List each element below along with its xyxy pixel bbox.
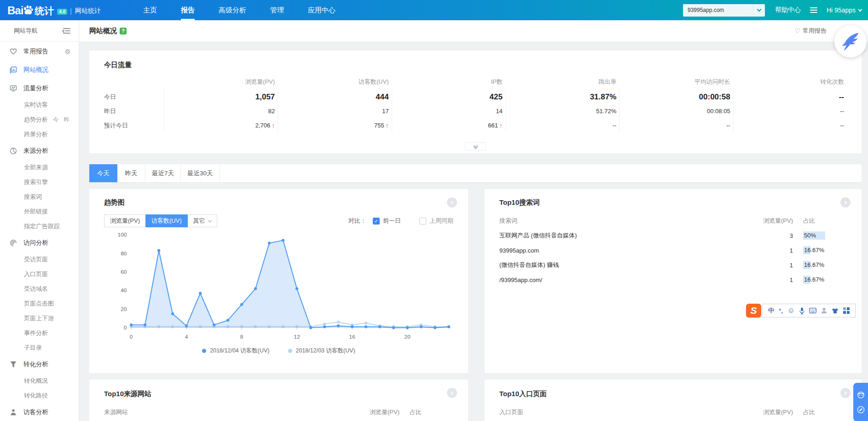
pct-cell: 16.67% — [803, 246, 847, 255]
sidebar-item-页面点击图[interactable]: 页面点击图 — [0, 296, 79, 311]
metric-value: 425 — [392, 90, 505, 104]
sidebar-label: 子目录 — [24, 344, 42, 352]
nav-item-高级分析[interactable]: 高级分析 — [207, 0, 258, 20]
sidebar-item-指定广告跟踪[interactable]: 指定广告跟踪 — [0, 219, 79, 234]
sidebar-label: 转化概况 — [24, 377, 48, 385]
header-right: 93995app.com 帮助中心 Hi 95apps — [683, 4, 862, 17]
metric-value: 51.72% — [505, 104, 619, 118]
compare-label: 对比： — [348, 217, 366, 225]
service-feedback-widget[interactable] — [853, 383, 868, 421]
account-icon[interactable] — [821, 307, 827, 314]
top-nav: 主页报告高级分析管理应用中心 — [131, 0, 347, 20]
date-tab-最近30天[interactable]: 最近30天 — [181, 164, 220, 182]
sidebar-item-转化路径[interactable]: 转化路径 — [0, 388, 79, 403]
sidebar-item-全部来源[interactable]: 全部来源 — [0, 160, 79, 175]
compare-option-上周同期[interactable]: 上周同期 — [419, 217, 453, 225]
column-header: 访客数(UV) — [278, 78, 391, 86]
legend-item[interactable]: 2018/12/03 访客数(UV) — [288, 347, 355, 355]
date-tab-昨天[interactable]: 昨天 — [117, 164, 145, 182]
nav-item-管理[interactable]: 管理 — [258, 0, 296, 20]
fav-reports-link[interactable]: ♡ 常用报告 — [794, 27, 827, 35]
collapse-panel-button[interactable] — [465, 142, 486, 150]
keyboard-icon[interactable] — [809, 308, 816, 313]
sidebar-item-实时访客[interactable]: 实时访客 — [0, 98, 79, 112]
site-select[interactable]: 93995app.com — [683, 4, 765, 17]
top-search-table: 搜索词浏览量(PV)占比互联网产品 (微信抖音自媒体)350%93995app.… — [499, 213, 847, 287]
sidebar-section-网站概况[interactable]: 网站概况 — [0, 61, 79, 79]
sidebar-item-趋势分析[interactable]: 趋势分析今昨 — [0, 112, 79, 127]
sidebar-item-页面上下游[interactable]: 页面上下游 — [0, 311, 79, 326]
panel-more-arrow-icon[interactable] — [840, 197, 851, 208]
legend-item[interactable]: 2018/12/04 访客数(UV) — [202, 347, 269, 355]
sidebar-tag-昨[interactable]: 昨 — [64, 116, 70, 124]
sidebar-item-子目录[interactable]: 子目录 — [0, 340, 79, 355]
column-header: 占比 — [410, 408, 453, 417]
top-entry-pages-card: Top10入口页面 入口页面浏览量(PV)占比http://93995app.c… — [485, 380, 862, 421]
sidebar-section-访问分析[interactable]: 访问分析 — [0, 234, 79, 252]
metric-button-其它[interactable]: 其它 — [187, 214, 217, 227]
help-badge[interactable]: ? — [120, 28, 127, 35]
date-tab-最近7天[interactable]: 最近7天 — [145, 164, 181, 182]
sidebar-label: 页面上下游 — [24, 314, 54, 323]
sidebar-item-搜索引擎[interactable]: 搜索引擎 — [0, 175, 79, 190]
logo-text-tongji: 统计 — [35, 5, 54, 17]
nav-item-主页[interactable]: 主页 — [131, 0, 169, 20]
emoji-icon[interactable]: ☺ — [787, 306, 795, 315]
sidebar-section-流量分析[interactable]: 流量分析 — [0, 79, 79, 98]
metric-button-浏览量(PV)[interactable]: 浏览量(PV) — [104, 214, 146, 227]
sidebar-item-外部链接[interactable]: 外部链接 — [0, 204, 79, 219]
panel-header-row: 来源网站浏览量(PV)占比 — [104, 405, 453, 420]
pct-value: 50% — [803, 232, 816, 239]
help-center-link[interactable]: 帮助中心 — [775, 6, 801, 14]
logo-text-bai: Bai — [7, 5, 23, 17]
panel-more-arrow-icon[interactable] — [840, 388, 851, 398]
metric-value: 755↑ — [278, 118, 391, 133]
gear-icon[interactable]: ⚙ — [64, 48, 70, 55]
sidebar-item-入口页面[interactable]: 入口页面 — [0, 267, 79, 282]
today-traffic-header-row: 浏览量(PV)访客数(UV)IP数跳出率平均访问时长转化次数 — [104, 74, 847, 90]
pct-cell: 16.67% — [803, 260, 847, 270]
chinese-mode-icon[interactable]: 中 — [768, 306, 774, 315]
sogou-logo-icon[interactable]: S — [746, 304, 761, 317]
pct-value: 16.67% — [803, 247, 824, 254]
panel-more-arrow-icon[interactable] — [447, 388, 457, 398]
trend-line-chart[interactable]: 020406080100048121620 — [104, 230, 453, 345]
today-traffic-row-昨日: 昨日82171451.72%00:08:05-- — [104, 104, 847, 118]
top-source-table: 来源网站浏览量(PV)占比搜狗54951.94% — [104, 405, 453, 421]
sidebar-section-访客分析[interactable]: 访客分析 — [0, 403, 79, 421]
date-tab-今天[interactable]: 今天 — [89, 164, 117, 182]
nav-item-报告[interactable]: 报告 — [169, 0, 207, 20]
baidu-tongji-logo[interactable]: Bai 统计 4.0 | 网站统计 — [7, 4, 101, 17]
overview-chart-icon — [9, 66, 17, 74]
collapse-sidebar-icon[interactable] — [63, 28, 70, 34]
metric-value: -- — [733, 90, 847, 104]
microphone-icon[interactable] — [799, 307, 804, 314]
checkbox-checked-icon[interactable]: ✓ — [373, 218, 380, 225]
sidebar-item-跨屏分析[interactable]: 跨屏分析 — [0, 127, 79, 142]
chevron-down-icon[interactable] — [753, 4, 765, 17]
compare-option-前一日[interactable]: ✓前一日 — [373, 217, 401, 225]
more-grid-icon[interactable] — [843, 307, 850, 314]
sidebar-label: 常用报告 — [23, 47, 48, 56]
sidebar-section-常用报告[interactable]: 常用报告⚙ — [0, 42, 79, 61]
sidebar-item-受访页面[interactable]: 受访页面 — [0, 252, 79, 267]
sidebar-section-来源分析[interactable]: 来源分析 — [0, 142, 79, 160]
punctuation-icon[interactable]: °, — [779, 307, 783, 314]
today-traffic-row-今日: 今日1,05744442531.87%00:00:58-- — [104, 90, 847, 104]
metric-button-访客数(UV)[interactable]: 访客数(UV) — [145, 214, 188, 227]
panel-more-arrow-icon[interactable] — [447, 197, 457, 208]
sidebar-section-转化分析[interactable]: 转化分析 — [0, 355, 79, 374]
menu-icon[interactable] — [810, 6, 817, 14]
sidebar-label: 页面点击图 — [24, 300, 54, 308]
sidebar-item-受访域名[interactable]: 受访域名 — [0, 282, 79, 296]
skin-shirt-icon[interactable] — [832, 308, 839, 314]
checkbox-unchecked-icon[interactable] — [419, 218, 426, 225]
sidebar-tag-今[interactable]: 今 — [53, 116, 59, 124]
sidebar-item-事件分析[interactable]: 事件分析 — [0, 326, 79, 340]
user-menu[interactable]: Hi 95apps — [827, 6, 862, 14]
sidebar-item-搜索词[interactable]: 搜索词 — [0, 190, 79, 204]
nav-item-应用中心[interactable]: 应用中心 — [296, 0, 347, 20]
download-assistant-widget[interactable] — [834, 25, 867, 58]
sidebar-item-转化概况[interactable]: 转化概况 — [0, 374, 79, 388]
today-traffic-card: 今日流量 浏览量(PV)访客数(UV)IP数跳出率平均访问时长转化次数今日1,0… — [89, 51, 862, 153]
